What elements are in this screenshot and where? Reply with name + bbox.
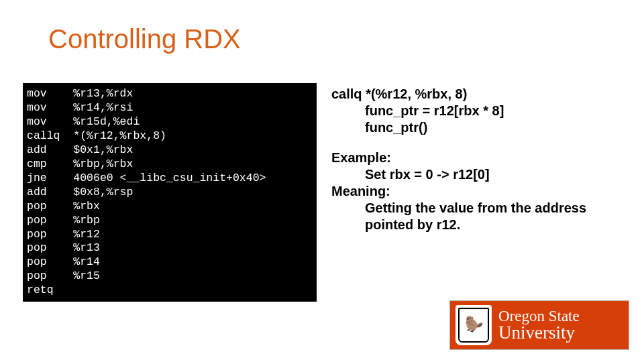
example-body: Set rbx = 0 -> r12[0]: [331, 166, 627, 183]
explanation-text: callq *(%r12, %rbx, 8) func_ptr = r12[rb…: [331, 86, 627, 233]
osu-logo-text: Oregon State University: [498, 308, 580, 342]
osu-logo: 🦫 Oregon State University: [449, 300, 629, 350]
osu-logo-line1: Oregon State: [498, 308, 580, 324]
meaning-body1: Getting the value from the address: [331, 200, 627, 217]
meaning-body2: pointed by r12.: [331, 217, 627, 233]
explain-line3: func_ptr(): [331, 119, 627, 136]
asm-code-block: mov %r13,%rdx mov %r14,%rsi mov %r15d,%e…: [23, 83, 317, 302]
slide-title: Controlling RDX: [48, 24, 241, 54]
osu-shield-icon: 🦫: [455, 305, 492, 345]
example-label: Example:: [331, 150, 391, 165]
explain-line1: callq *(%r12, %rbx, 8): [331, 86, 467, 101]
osu-logo-line2: University: [498, 324, 580, 342]
beaver-icon: 🦫: [465, 316, 483, 333]
explain-line2: func_ptr = r12[rbx * 8]: [331, 103, 627, 119]
meaning-label: Meaning:: [331, 184, 390, 198]
